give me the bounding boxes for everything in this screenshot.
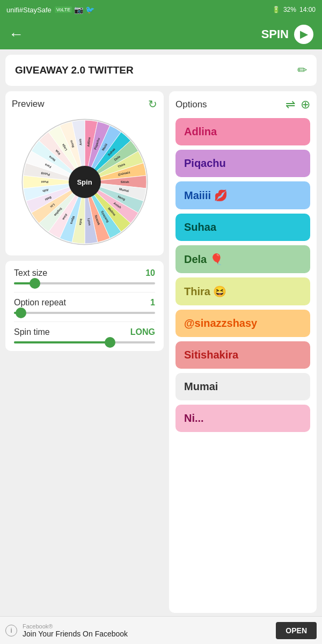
spin-play-circle[interactable]: ▶ (294, 25, 313, 44)
giveaway-title: GIVEAWAY 2.0 TWITTER (15, 64, 134, 76)
shuffle-icon[interactable]: ⇌ (286, 98, 295, 112)
options-icons: ⇌ ⊕ (286, 98, 310, 112)
option-item-4[interactable]: Dela 🎈 (175, 245, 310, 273)
add-option-icon[interactable]: ⊕ (301, 98, 310, 112)
preview-label: Preview (12, 99, 44, 109)
controls-card: Text size 10 Option repeat 1 (5, 261, 164, 351)
options-label: Options (175, 99, 207, 110)
preview-header: Preview ↻ (12, 98, 157, 111)
title-card: GIVEAWAY 2.0 TWITTER ✏ (5, 55, 317, 86)
options-list: AdlinaPiqachuMaiiii 💋SuhaaDela 🎈Thira 😆@… (175, 118, 310, 432)
wheel-container[interactable]: AdlinaPiqachuMaiiiiSuhaaDelaThira@sinazz… (18, 115, 152, 249)
status-right: 🔋 32% 14:00 (272, 6, 316, 13)
status-bar: unifi#StaySafe VoLTE 📷 🐦 🔋 32% 14:00 (0, 0, 322, 19)
battery-icon: 🔋 (272, 6, 280, 13)
right-panel: Options ⇌ ⊕ AdlinaPiqachuMaiiii 💋SuhaaDe… (169, 91, 317, 613)
option-repeat-control: Option repeat 1 (14, 298, 155, 314)
option-repeat-thumb[interactable] (16, 308, 26, 318)
preview-card: Preview ↻ AdlinaPiqachuMaiiiiSuhaaDelaTh… (5, 91, 164, 255)
volte-badge: VoLTE (55, 6, 72, 13)
wheel-spin-label: Spin (77, 178, 92, 186)
spin-time-label-row: Spin time LONG (14, 327, 155, 337)
spin-time-label: Spin time (14, 327, 50, 337)
text-size-track[interactable] (14, 282, 155, 284)
spin-time-value: LONG (130, 327, 155, 337)
edit-icon[interactable]: ✏ (297, 63, 307, 77)
play-icon: ▶ (300, 28, 308, 40)
svg-text:Sitish: Sitish (120, 180, 129, 184)
main-content: GIVEAWAY 2.0 TWITTER ✏ Preview ↻ AdlinaP… (0, 49, 322, 616)
text-size-value: 10 (145, 268, 155, 278)
ad-open-button[interactable]: OPEN (276, 622, 317, 639)
twitter-icon: 🐦 (85, 5, 94, 14)
svg-text:Putri: Putri (41, 180, 48, 184)
status-left: unifi#StaySafe VoLTE 📷 🐦 (6, 5, 94, 14)
spin-time-fill (14, 341, 110, 343)
two-column-layout: Preview ↻ AdlinaPiqachuMaiiiiSuhaaDelaTh… (5, 91, 317, 613)
spin-label: SPIN (261, 27, 289, 41)
top-bar: ← SPIN ▶ (0, 19, 322, 49)
option-item-2[interactable]: Maiiii 💋 (175, 181, 310, 209)
option-item-0[interactable]: Adlina (175, 118, 310, 145)
back-button[interactable]: ← (9, 27, 24, 42)
text-size-control: Text size 10 (14, 268, 155, 284)
spin-time-thumb[interactable] (105, 337, 115, 348)
option-item-5[interactable]: Thira 😆 (175, 277, 310, 305)
time-text: 14:00 (299, 6, 316, 13)
option-repeat-value: 1 (150, 298, 155, 308)
ad-message: Join Your Friends On Facebook (23, 630, 270, 638)
ad-banner: i Facebook® Join Your Friends On Faceboo… (0, 616, 322, 644)
text-size-label: Text size (14, 268, 47, 278)
option-repeat-label: Option repeat (14, 298, 66, 308)
left-panel: Preview ↻ AdlinaPiqachuMaiiiiSuhaaDelaTh… (5, 91, 164, 613)
text-size-thumb[interactable] (30, 278, 40, 289)
ad-info-icon: i (5, 625, 17, 636)
options-header: Options ⇌ ⊕ (175, 98, 310, 112)
option-item-1[interactable]: Piqachu (175, 150, 310, 177)
ad-text-block: Facebook® Join Your Friends On Facebook (23, 623, 270, 638)
option-item-7[interactable]: Sitishakira (175, 341, 310, 369)
carrier-text: unifi#StaySafe (6, 6, 52, 14)
spin-time-track[interactable] (14, 341, 155, 343)
divider-2 (14, 321, 155, 322)
option-repeat-label-row: Option repeat 1 (14, 298, 155, 308)
refresh-icon[interactable]: ↻ (148, 98, 157, 111)
option-repeat-track[interactable] (14, 312, 155, 314)
spin-button[interactable]: SPIN ▶ (261, 25, 313, 44)
wheel-center[interactable]: Spin (69, 166, 101, 198)
battery-text: 32% (283, 6, 296, 13)
spin-time-control: Spin time LONG (14, 327, 155, 343)
option-item-8[interactable]: Mumai (175, 373, 310, 400)
divider-1 (14, 292, 155, 292)
option-item-6[interactable]: @sinazzshasy (175, 310, 310, 337)
ad-source: Facebook® (23, 623, 270, 630)
option-item-9[interactable]: Ni... (175, 405, 310, 432)
text-size-label-row: Text size 10 (14, 268, 155, 278)
instagram-icon: 📷 (74, 5, 83, 14)
option-item-3[interactable]: Suhaa (175, 214, 310, 241)
